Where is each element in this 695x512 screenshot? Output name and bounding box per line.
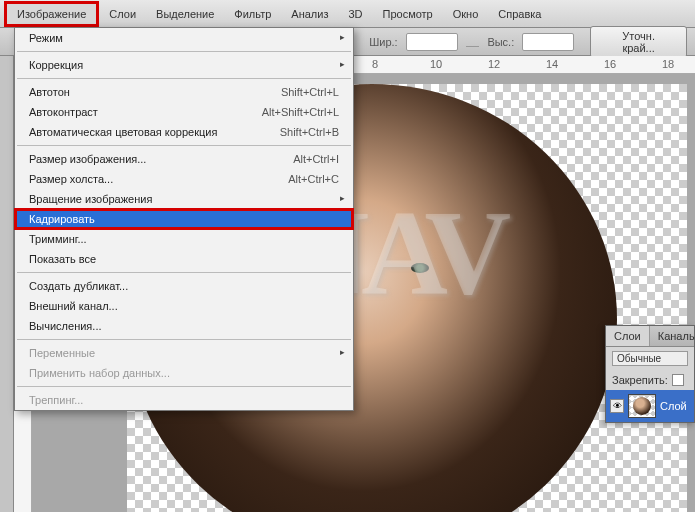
width-input[interactable]	[406, 33, 458, 51]
menu-variables: Переменные	[15, 343, 353, 363]
height-label: Выс.:	[487, 36, 514, 48]
width-label: Шир.:	[369, 36, 397, 48]
visibility-toggle-icon[interactable]: 👁	[610, 399, 624, 413]
menu-view[interactable]: Просмотр	[373, 4, 443, 24]
menu-window[interactable]: Окно	[443, 4, 489, 24]
menu-calculations[interactable]: Вычисления...	[15, 316, 353, 336]
menu-image-size[interactable]: Размер изображения...Alt+Ctrl+I	[15, 149, 353, 169]
menu-image-rotation[interactable]: Вращение изображения	[15, 189, 353, 209]
menu-autocontrast[interactable]: АвтоконтрастAlt+Shift+Ctrl+L	[15, 102, 353, 122]
menu-crop[interactable]: Кадрировать	[15, 209, 353, 229]
menu-autotone[interactable]: АвтотонShift+Ctrl+L	[15, 82, 353, 102]
image-menu-dropdown: Режим Коррекция АвтотонShift+Ctrl+L Авто…	[14, 27, 354, 411]
separator	[17, 145, 351, 146]
menu-adjustments[interactable]: Коррекция	[15, 55, 353, 75]
menu-canvas-size[interactable]: Размер холста...Alt+Ctrl+C	[15, 169, 353, 189]
ruler-mark: 16	[604, 58, 616, 70]
refine-edge-button[interactable]: Уточн. край...	[590, 26, 687, 58]
menu-duplicate[interactable]: Создать дубликат...	[15, 276, 353, 296]
blend-mode-select[interactable]: Обычные	[612, 351, 688, 366]
separator	[17, 339, 351, 340]
menu-filter[interactable]: Фильтр	[224, 4, 281, 24]
separator	[17, 51, 351, 52]
menu-image[interactable]: Изображение	[4, 1, 99, 27]
layer-row[interactable]: 👁 Слой	[606, 390, 694, 422]
tab-layers[interactable]: Слои	[606, 326, 650, 346]
menu-trap: Треппинг...	[15, 390, 353, 410]
menu-help[interactable]: Справка	[488, 4, 551, 24]
menu-autocolor[interactable]: Автоматическая цветовая коррекцияShift+C…	[15, 122, 353, 142]
ruler-mark: 14	[546, 58, 558, 70]
lock-label: Закрепить:	[612, 374, 668, 386]
menu-analysis[interactable]: Анализ	[281, 4, 338, 24]
height-input[interactable]	[522, 33, 574, 51]
ruler-mark: 8	[372, 58, 378, 70]
ruler-mark: 18	[662, 58, 674, 70]
ruler-mark: 10	[430, 58, 442, 70]
menu-apply-dataset: Применить набор данных...	[15, 363, 353, 383]
menu-mode[interactable]: Режим	[15, 28, 353, 48]
ruler-mark: 12	[488, 58, 500, 70]
lock-checkbox-icon[interactable]	[672, 374, 684, 386]
menu-trim[interactable]: Тримминг...	[15, 229, 353, 249]
tools-panel[interactable]	[0, 56, 14, 512]
menu-apply-image[interactable]: Внешний канал...	[15, 296, 353, 316]
menubar: Изображение Слои Выделение Фильтр Анализ…	[0, 0, 695, 28]
panel-tabs: Слои Каналы	[606, 326, 694, 347]
separator	[17, 272, 351, 273]
menu-layers[interactable]: Слои	[99, 4, 146, 24]
layer-thumbnail[interactable]	[628, 394, 656, 418]
separator	[17, 386, 351, 387]
layers-panel: Слои Каналы Обычные Закрепить: 👁 Слой	[605, 325, 695, 423]
link-icon[interactable]	[466, 37, 480, 47]
separator	[17, 78, 351, 79]
layer-name[interactable]: Слой	[660, 400, 687, 412]
menu-reveal-all[interactable]: Показать все	[15, 249, 353, 269]
menu-select[interactable]: Выделение	[146, 4, 224, 24]
menu-3d[interactable]: 3D	[338, 4, 372, 24]
tab-channels[interactable]: Каналы	[650, 326, 695, 346]
